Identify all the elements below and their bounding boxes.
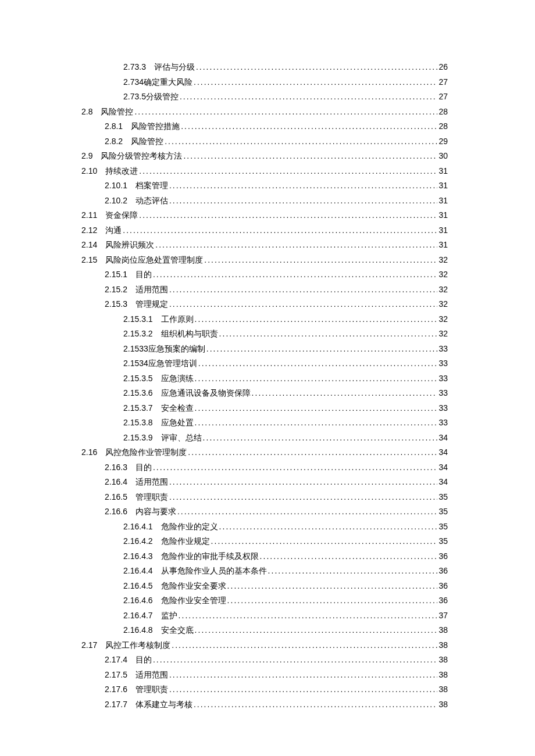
toc-page-number: 34 xyxy=(438,433,448,442)
toc-page-number: 36 xyxy=(438,596,448,604)
toc-page-number: 36 xyxy=(438,582,448,590)
toc-page-number: 31 xyxy=(438,226,448,234)
toc-entry: 2.16.6内容与要求35 xyxy=(81,507,448,516)
toc-title: 持续改进 xyxy=(105,167,138,175)
toc-title: 组织机构与职责 xyxy=(161,330,218,338)
toc-entry: 2.17风控工作考核制度38 xyxy=(81,641,448,650)
toc-title: 风控危险作业管理制度 xyxy=(105,449,187,457)
toc-title: 适用范围 xyxy=(135,286,168,294)
toc-page-number: 28 xyxy=(438,122,448,130)
toc-title: 管理职责 xyxy=(135,686,168,694)
toc-page-number: 32 xyxy=(438,270,448,278)
toc-number: 2.15.3.2 xyxy=(123,329,153,338)
toc-leader-dots xyxy=(179,611,438,619)
toc-number: 2.12 xyxy=(81,226,97,234)
toc-number: 2.15.1 xyxy=(105,270,127,278)
toc-number: 2.16.4.7 xyxy=(123,611,153,619)
toc-entry: 2.17.7体系建立与考核38 xyxy=(81,700,448,709)
toc-title: 风险管控 xyxy=(131,138,163,146)
toc-page-number: 27 xyxy=(438,92,448,101)
toc-page-number: 33 xyxy=(438,345,448,353)
toc-number: 2.16.4.8 xyxy=(123,626,153,634)
toc-entry: 2.15.3.7安全检查33 xyxy=(81,404,448,413)
toc-page-number: 38 xyxy=(438,655,448,664)
toc-title: 风控工作考核制度 xyxy=(105,642,170,650)
toc-number: 2.15.3.6 xyxy=(123,389,153,397)
toc-entry: 2.10持续改进31 xyxy=(81,167,448,175)
toc-number: 2.734 xyxy=(123,78,144,86)
toc-entry: 2.16.4.2危险作业规定35 xyxy=(81,537,448,546)
toc-page-number: 26 xyxy=(438,63,448,71)
toc-title: 风险管控 xyxy=(101,108,133,116)
toc-title: 风险辨识频次 xyxy=(105,241,154,249)
toc-leader-dots xyxy=(195,315,438,323)
toc-title: 档案管理 xyxy=(135,182,168,190)
toc-page-number: 35 xyxy=(438,537,448,545)
toc-title: 应急通讯设备及物资保障 xyxy=(161,389,251,397)
toc-entry: 2.14风险辨识频次31 xyxy=(81,241,448,249)
toc-title: 目的 xyxy=(135,464,152,472)
toc-page: 2.73.3评估与分级262.734 确定重大风险272.73.5 分级管控27… xyxy=(0,0,535,756)
toc-number: 2.15 xyxy=(81,256,97,264)
toc-leader-dots xyxy=(188,448,437,456)
toc-page-number: 32 xyxy=(438,300,448,308)
toc-leader-dots xyxy=(196,63,437,71)
toc-leader-dots xyxy=(155,241,437,249)
toc-number: 2.73.3 xyxy=(123,63,146,71)
toc-entry: 2.16.4.3危险作业的审批手续及权限36 xyxy=(81,552,448,561)
toc-title: 危险作业规定 xyxy=(161,538,210,546)
toc-title: 评审、总结 xyxy=(161,434,202,442)
toc-title: 危险作业的定义 xyxy=(161,523,218,531)
toc-page-number: 33 xyxy=(438,404,448,412)
toc-entry: 2.15.3.9评审、总结34 xyxy=(81,433,448,442)
toc-leader-dots xyxy=(169,285,437,293)
toc-number: 2.17.6 xyxy=(105,685,127,693)
toc-title: 从事危险作业人员的基本条件 xyxy=(161,567,267,575)
toc-title: 目的 xyxy=(135,656,152,664)
toc-page-number: 31 xyxy=(438,211,448,219)
toc-title: 分级管控 xyxy=(146,93,179,101)
toc-title: 监护 xyxy=(161,612,177,620)
toc-list: 2.73.3评估与分级262.734 确定重大风险272.73.5 分级管控27… xyxy=(81,63,448,709)
toc-leader-dots xyxy=(169,493,437,501)
toc-entry: 2.11资金保障31 xyxy=(81,211,448,220)
toc-page-number: 38 xyxy=(438,671,448,679)
toc-leader-dots xyxy=(139,167,437,175)
toc-number: 2.10 xyxy=(81,167,97,175)
toc-entry: 2.16.4.1危险作业的定义35 xyxy=(81,522,448,531)
toc-entry: 2.16.5管理职责35 xyxy=(81,493,448,501)
toc-entry: 2.73.3评估与分级26 xyxy=(81,63,448,71)
toc-number: 2.73.5 xyxy=(123,92,146,101)
toc-entry: 2.17.5适用范围38 xyxy=(81,671,448,679)
toc-title: 安全交底 xyxy=(161,626,194,635)
toc-entry: 2.73.5 分级管控27 xyxy=(81,92,448,101)
toc-page-number: 31 xyxy=(438,167,448,175)
toc-number: 2.8.1 xyxy=(105,122,123,130)
toc-page-number: 33 xyxy=(438,374,448,382)
toc-page-number: 32 xyxy=(438,315,448,323)
toc-entry: 2.12沟通31 xyxy=(81,226,448,235)
toc-entry: 2.16.4.6危险作业安全管理36 xyxy=(81,596,448,605)
toc-leader-dots xyxy=(195,418,438,427)
toc-entry: 2.734 确定重大风险27 xyxy=(81,78,448,87)
toc-entry: 2.1533 应急预案的编制33 xyxy=(81,345,448,353)
toc-page-number: 31 xyxy=(438,196,448,205)
toc-leader-dots xyxy=(219,522,438,531)
toc-title: 应急处置 xyxy=(161,419,194,427)
toc-number: 2.10.2 xyxy=(105,196,127,205)
toc-leader-dots xyxy=(211,537,438,545)
toc-title: 体系建立与考核 xyxy=(135,701,192,709)
toc-leader-dots xyxy=(252,389,438,397)
toc-number: 2.1533 xyxy=(123,345,148,353)
toc-number: 2.16.6 xyxy=(105,507,127,515)
toc-leader-dots xyxy=(180,92,437,101)
toc-leader-dots xyxy=(194,78,437,86)
toc-entry: 2.8风险管控28 xyxy=(81,108,448,116)
toc-leader-dots xyxy=(219,329,438,338)
toc-page-number: 35 xyxy=(438,493,448,501)
toc-number: 2.15.3.5 xyxy=(123,374,153,382)
toc-number: 2.8.2 xyxy=(105,137,123,145)
toc-entry: 2.17.4目的38 xyxy=(81,655,448,664)
toc-leader-dots xyxy=(172,641,437,649)
toc-entry: 2.15风险岗位应急处置管理制度32 xyxy=(81,256,448,264)
